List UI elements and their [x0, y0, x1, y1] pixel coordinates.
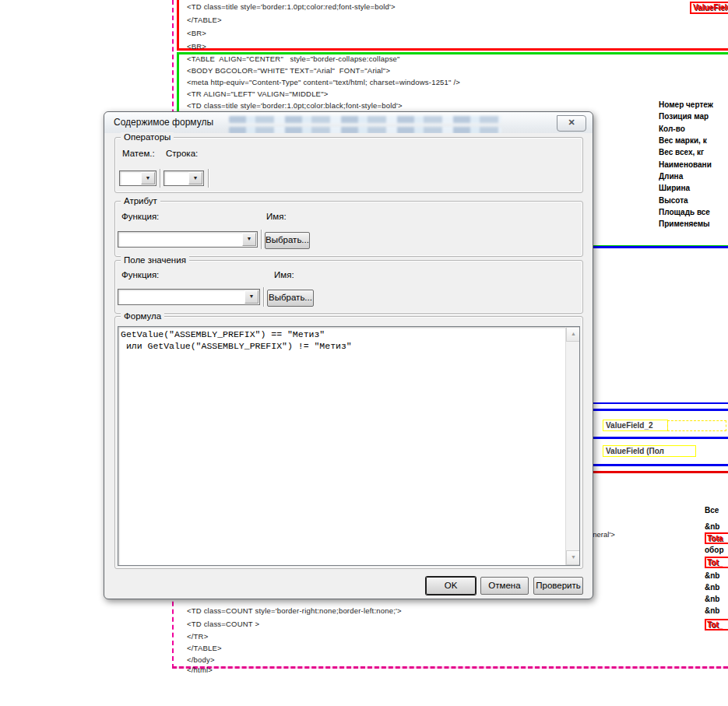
dialog-title: Содержимое формулы — [114, 117, 213, 128]
code-line: <BODY BGCOLOR="WHITE" TEXT="Arial" FONT=… — [187, 66, 390, 75]
field-label-name: Наименовани — [659, 160, 728, 171]
code-line: <BR> — [187, 42, 206, 51]
value-function-label: Функция: — [121, 270, 159, 279]
scroll-down-button[interactable]: ▼ — [566, 550, 580, 565]
total-badge[interactable]: Tot_ — [705, 557, 728, 568]
separator — [160, 169, 161, 188]
field-label-width: Ширина — [659, 184, 728, 195]
total-badge[interactable]: Tota — [705, 532, 728, 544]
field-label-applicable: Применяемы — [659, 220, 728, 230]
chevron-down-icon[interactable]: ▼ — [141, 172, 155, 184]
code-line: <meta http-equiv="Content-Type" content=… — [187, 78, 460, 86]
bottom-right-item: Все — [705, 506, 728, 516]
scroll-up-icon: ▲ — [571, 331, 576, 336]
code-line: </TABLE> — [187, 16, 222, 24]
math-operator-select[interactable]: ▼ — [119, 170, 157, 186]
bottom-right-item: &nb — [705, 522, 728, 532]
value-function-select[interactable]: ▼ — [118, 289, 260, 305]
separator — [263, 287, 265, 307]
chevron-down-icon[interactable]: ▼ — [188, 172, 202, 184]
value-select-button[interactable]: Выбрать... — [267, 290, 314, 307]
formula-textarea[interactable]: GetValue("ASSEMBLY_PREFIX") == "Метиз" и… — [118, 326, 580, 566]
chevron-down-icon[interactable]: ▼ — [244, 290, 258, 304]
code-line: <TD class=title style='border:1.0pt;colo… — [187, 101, 403, 110]
attribute-name-label: Имя: — [266, 212, 287, 221]
field-label-drawing-number: Номер чертеж — [659, 100, 728, 111]
code-line: </body> — [187, 655, 215, 664]
field-label-area: Площадь все — [659, 208, 728, 219]
field-label-total-weight: Вес всех, кг — [659, 148, 728, 159]
formula-group: Формула GetValue("ASSEMBLY_PREFIX") == "… — [114, 316, 583, 569]
code-line: </TABLE> — [187, 644, 222, 652]
value-field-2-cell[interactable]: ValueField_2 — [603, 420, 668, 431]
separator — [261, 230, 262, 249]
string-operator-select[interactable]: ▼ — [164, 170, 204, 186]
attribute-select-button[interactable]: Выбрать... — [265, 232, 310, 249]
field-label-mark-weight: Вес марки, к — [659, 136, 728, 147]
close-button[interactable]: ✕ — [557, 115, 586, 132]
code-line: </html> — [187, 666, 213, 674]
code-line: <TABLE ALIGN="CENTER" style="border-coll… — [187, 54, 400, 63]
bottom-right-item: обор — [705, 546, 728, 556]
screen: <TD class=title style='border:1.0pt;colo… — [0, 0, 728, 706]
string-label: Строка: — [166, 149, 198, 158]
glass-blur-artifact — [229, 127, 501, 133]
value-field-group: Поле значения Функция: Имя: ▼ Выбрать... — [114, 260, 583, 314]
code-line: <BR> — [187, 29, 206, 37]
operators-group-label: Операторы — [121, 132, 174, 142]
attribute-group-label: Атрибут — [121, 196, 160, 206]
separator — [208, 169, 209, 188]
chevron-down-icon[interactable]: ▼ — [242, 233, 256, 246]
field-label-height: Высота — [659, 196, 728, 207]
formula-scrollbar[interactable]: ▲ ▼ — [565, 327, 579, 565]
attribute-function-select[interactable]: ▼ — [118, 231, 258, 248]
value-field-pol-cell[interactable]: ValueField (Пол — [603, 445, 696, 457]
code-line: </TR> — [187, 632, 208, 641]
bottom-right-item: &nb — [705, 583, 728, 593]
ok-button[interactable]: OK — [426, 577, 476, 595]
field-label-quantity: Кол-во — [659, 125, 728, 135]
glass-blur-artifact — [229, 116, 501, 123]
bottom-right-item: &nb — [705, 595, 728, 605]
code-line: <TD class=COUNT > — [187, 620, 259, 628]
field-label-mark-position: Позиция мар — [659, 112, 728, 123]
value-field-2-dashed-cell — [667, 420, 726, 431]
scroll-down-icon: ▼ — [571, 554, 576, 560]
bottom-right-item: &nb — [705, 606, 728, 616]
dialog-titlebar[interactable]: Содержимое формулы ✕ — [104, 112, 593, 133]
value-name-label: Имя: — [274, 270, 294, 279]
cancel-button[interactable]: Отмена — [480, 577, 529, 595]
code-line: <TR ALIGN="LEFT" VALIGN="MIDDLE"> — [187, 90, 328, 98]
code-line: <TD class=title style='border:1.0pt;colo… — [187, 2, 396, 11]
page-boundary-bottom-dashed — [172, 666, 728, 669]
value-field-group-label: Поле значения — [121, 255, 189, 265]
math-label: Матем.: — [122, 149, 155, 158]
bottom-right-item: &nb — [705, 571, 728, 581]
close-icon: ✕ — [568, 118, 575, 127]
formula-content-dialog: Содержимое формулы ✕ Операторы Матем.: С… — [104, 111, 593, 599]
scroll-up-button[interactable]: ▲ — [566, 327, 580, 342]
operators-group: Операторы Матем.: Строка: ▼ ▼ — [114, 137, 583, 193]
code-line: <TD class=COUNT style='border-right:none… — [187, 606, 402, 615]
attribute-function-label: Функция: — [121, 212, 159, 221]
formula-group-label: Формула — [121, 311, 164, 321]
formula-text: GetValue("ASSEMBLY_PREFIX") == "Метиз" и… — [121, 328, 564, 352]
attribute-group: Атрибут Функция: Имя: ▼ Выбрать... — [114, 201, 583, 257]
field-label-length: Длина — [659, 172, 728, 183]
total-badge[interactable]: Tot_ — [705, 619, 728, 630]
check-button[interactable]: Проверить — [533, 577, 583, 595]
value-field-badge[interactable]: ValueField_ — [690, 2, 728, 14]
